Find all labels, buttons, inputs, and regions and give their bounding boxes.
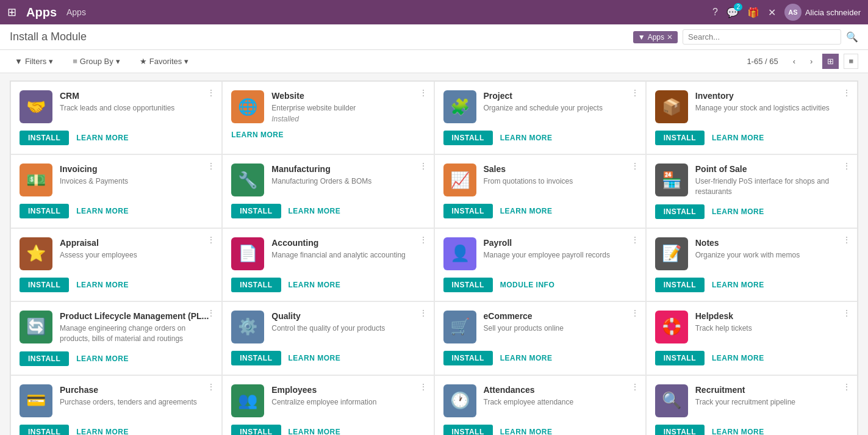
learn-more-button[interactable]: LEARN MORE [500,134,553,142]
more-options-icon[interactable]: ⋮ [207,235,215,245]
module-info-button[interactable]: MODULE INFO [500,281,555,289]
sub-header: Install a Module ▼ Apps ✕ 🔍 [0,24,868,50]
learn-more-button[interactable]: LEARN MORE [76,134,129,142]
install-button[interactable]: INSTALL [231,278,281,292]
install-button[interactable]: INSTALL [443,351,493,365]
install-button[interactable]: INSTALL [443,204,493,218]
install-button[interactable]: INSTALL [20,351,69,366]
install-button[interactable]: INSTALL [443,131,493,145]
install-button[interactable]: INSTALL [20,204,69,218]
app-info: Helpdesk Track help tickets [695,311,848,334]
learn-more-button[interactable]: LEARN MORE [712,428,764,435]
learn-more-button[interactable]: LEARN MORE [289,207,341,215]
more-options-icon[interactable]: ⋮ [631,161,639,171]
more-options-icon[interactable]: ⋮ [842,88,851,98]
app-card-actions: INSTALLLEARN MORE [20,278,213,292]
app-info: Payroll Manage your employee payroll rec… [484,237,637,261]
more-options-icon[interactable]: ⋮ [631,308,639,318]
app-title: Apps [26,5,57,20]
app-card: 🏪 Point of Sale User-friendly PoS interf… [646,154,858,228]
app-card-actions: INSTALLLEARN MORE [443,131,637,145]
app-icon: 🛟 [655,311,688,343]
more-options-icon[interactable]: ⋮ [207,308,215,318]
grid-view-button[interactable]: ⊞ [822,54,839,69]
learn-more-button[interactable]: LEARN MORE [76,428,129,435]
messaging-icon[interactable]: 💬 2 [726,7,739,18]
app-icon: ⚙️ [231,311,264,343]
learn-more-button[interactable]: LEARN MORE [289,428,341,435]
search-tag[interactable]: ▼ Apps ✕ [633,31,678,43]
search-tag-close[interactable]: ✕ [667,33,673,41]
learn-more-button[interactable]: LEARN MORE [76,354,129,363]
app-info: Product Lifecycle Management (PL... Mana… [60,311,213,344]
app-card-top: 💳 Purchase Purchase orders, tenders and … [20,384,213,417]
install-button[interactable]: INSTALL [20,425,69,435]
settings-icon[interactable]: ✕ [768,7,776,18]
learn-more-button[interactable]: LEARN MORE [500,428,553,435]
learn-more-button[interactable]: LEARN MORE [76,281,129,289]
more-options-icon[interactable]: ⋮ [207,382,215,392]
more-options-icon[interactable]: ⋮ [419,235,428,245]
install-button[interactable]: INSTALL [231,204,281,218]
app-card: 👤 Payroll Manage your employee payroll r… [434,228,646,301]
more-options-icon[interactable]: ⋮ [631,235,639,245]
app-name: Quality [271,311,425,322]
learn-more-button[interactable]: LEARN MORE [289,281,341,289]
more-options-icon[interactable]: ⋮ [207,88,215,98]
install-button[interactable]: INSTALL [655,131,705,145]
app-name: Appraisal [60,237,213,248]
group-by-button[interactable]: ≡ Group By ▾ [68,54,125,68]
more-options-icon[interactable]: ⋮ [842,308,851,318]
more-options-icon[interactable]: ⋮ [419,308,428,318]
user-menu[interactable]: AS Alicia schneider [784,4,861,21]
app-info: Invoicing Invoices & Payments [60,164,213,187]
install-button[interactable]: INSTALL [655,204,705,219]
search-input[interactable] [683,29,841,45]
install-button[interactable]: INSTALL [231,351,281,365]
pagination-next[interactable]: › [805,54,817,68]
learn-more-button[interactable]: LEARN MORE [500,207,553,215]
app-card: 🔧 Manufacturing Manufacturing Orders & B… [222,154,434,228]
more-options-icon[interactable]: ⋮ [842,161,851,171]
favorites-button[interactable]: ★ Favorites ▾ [135,54,193,68]
learn-more-button[interactable]: LEARN MORE [712,134,764,142]
more-options-icon[interactable]: ⋮ [842,382,851,392]
install-button[interactable]: INSTALL [20,278,69,292]
learn-more-button[interactable]: LEARN MORE [712,281,764,289]
install-button[interactable]: INSTALL [655,425,705,435]
pagination-prev[interactable]: ‹ [788,54,800,68]
page-title: Install a Module [10,31,87,43]
more-options-icon[interactable]: ⋮ [207,161,215,171]
more-options-icon[interactable]: ⋮ [631,88,639,98]
learn-more-button[interactable]: LEARN MORE [712,207,764,216]
more-options-icon[interactable]: ⋮ [842,235,851,245]
app-description: Manage engineering change orders on prod… [60,323,213,344]
install-button[interactable]: INSTALL [443,278,493,292]
more-options-icon[interactable]: ⋮ [419,161,428,171]
learn-more-button[interactable]: LEARN MORE [500,354,553,362]
more-options-icon[interactable]: ⋮ [631,382,639,392]
learn-more-button[interactable]: LEARN MORE [712,354,764,362]
avatar: AS [784,4,802,21]
app-card-actions: INSTALLLEARN MORE [20,425,213,435]
app-info: Purchase Purchase orders, tenders and ag… [60,384,213,408]
install-button[interactable]: INSTALL [443,425,493,435]
learn-more-button[interactable]: LEARN MORE [76,207,129,215]
more-options-icon[interactable]: ⋮ [419,382,428,392]
install-button[interactable]: INSTALL [231,425,281,435]
install-button[interactable]: INSTALL [655,351,705,365]
learn-more-button[interactable]: LEARN MORE [289,354,341,362]
app-name: Manufacturing [271,164,425,174]
search-button[interactable]: 🔍 [846,31,858,43]
list-view-button[interactable]: ≡ [844,54,858,69]
grid-menu-icon[interactable]: ⊞ [7,5,16,19]
help-icon[interactable]: ? [712,7,718,18]
install-button[interactable]: INSTALL [20,131,69,145]
app-card: ⭐ Appraisal Assess your employees INSTAL… [10,228,222,301]
learn-more-button[interactable]: LEARN MORE [231,131,284,139]
install-button[interactable]: INSTALL [655,278,705,292]
app-card-top: 🏪 Point of Sale User-friendly PoS interf… [655,164,848,197]
gift-icon[interactable]: 🎁 [747,7,759,18]
filters-button[interactable]: ▼ Filters ▾ [10,54,58,68]
more-options-icon[interactable]: ⋮ [419,88,428,98]
